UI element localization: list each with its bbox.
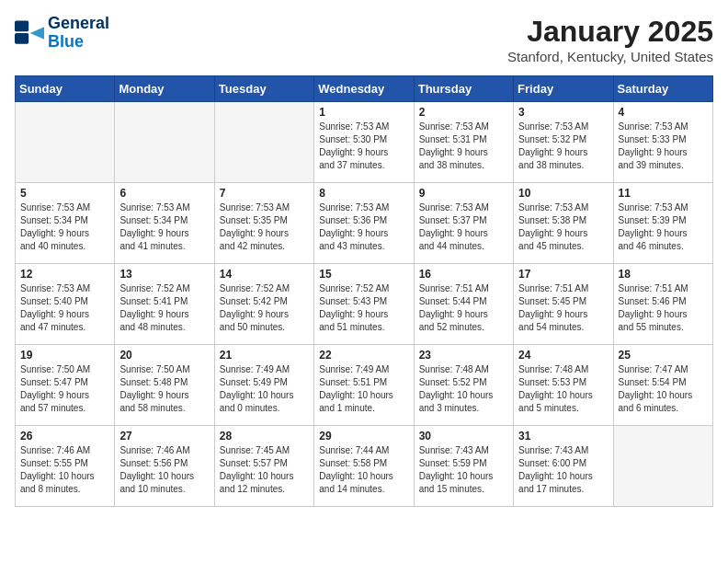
day-number: 16 [419, 268, 508, 281]
day-detail: Sunrise: 7:45 AM Sunset: 5:57 PM Dayligh… [220, 444, 309, 496]
day-detail: Sunrise: 7:53 AM Sunset: 5:33 PM Dayligh… [619, 121, 708, 172]
day-detail: Sunrise: 7:48 AM Sunset: 5:52 PM Dayligh… [419, 363, 508, 415]
weekday-header-friday: Friday [514, 76, 613, 102]
day-detail: Sunrise: 7:51 AM Sunset: 5:44 PM Dayligh… [419, 282, 508, 334]
week-row-2: 5Sunrise: 7:53 AM Sunset: 5:34 PM Daylig… [16, 183, 713, 264]
calendar-cell: 15Sunrise: 7:52 AM Sunset: 5:43 PM Dayli… [314, 264, 414, 345]
day-number: 27 [119, 430, 209, 442]
day-detail: Sunrise: 7:48 AM Sunset: 5:53 PM Dayligh… [518, 363, 608, 415]
day-number: 29 [319, 430, 408, 442]
day-number: 15 [319, 268, 408, 281]
week-row-5: 26Sunrise: 7:46 AM Sunset: 5:55 PM Dayli… [16, 426, 713, 507]
day-detail: Sunrise: 7:52 AM Sunset: 5:42 PM Dayligh… [220, 282, 309, 334]
day-number: 10 [518, 187, 608, 200]
day-detail: Sunrise: 7:52 AM Sunset: 5:41 PM Dayligh… [119, 282, 209, 334]
day-detail: Sunrise: 7:53 AM Sunset: 5:38 PM Dayligh… [518, 201, 608, 253]
day-detail: Sunrise: 7:50 AM Sunset: 5:48 PM Dayligh… [119, 363, 209, 415]
calendar-cell: 16Sunrise: 7:51 AM Sunset: 5:44 PM Dayli… [414, 264, 513, 345]
calendar-cell: 29Sunrise: 7:44 AM Sunset: 5:58 PM Dayli… [314, 426, 414, 507]
day-detail: Sunrise: 7:52 AM Sunset: 5:43 PM Dayligh… [319, 282, 408, 334]
day-detail: Sunrise: 7:53 AM Sunset: 5:30 PM Dayligh… [319, 121, 408, 172]
calendar-cell [613, 426, 712, 507]
calendar-cell: 22Sunrise: 7:49 AM Sunset: 5:51 PM Dayli… [314, 345, 414, 426]
calendar-cell: 1Sunrise: 7:53 AM Sunset: 5:30 PM Daylig… [314, 102, 414, 183]
calendar-cell: 25Sunrise: 7:47 AM Sunset: 5:54 PM Dayli… [613, 345, 712, 426]
logo: General Blue [15, 15, 109, 52]
day-number: 30 [419, 430, 508, 442]
calendar-cell: 11Sunrise: 7:53 AM Sunset: 5:39 PM Dayli… [613, 183, 712, 264]
day-number: 25 [619, 349, 708, 362]
calendar-cell: 14Sunrise: 7:52 AM Sunset: 5:42 PM Dayli… [214, 264, 313, 345]
day-detail: Sunrise: 7:51 AM Sunset: 5:45 PM Dayligh… [518, 282, 608, 334]
day-number: 24 [518, 349, 608, 362]
calendar-cell: 13Sunrise: 7:52 AM Sunset: 5:41 PM Dayli… [115, 264, 214, 345]
svg-marker-2 [30, 27, 44, 39]
day-number: 13 [119, 268, 209, 281]
day-detail: Sunrise: 7:53 AM Sunset: 5:35 PM Dayligh… [220, 201, 309, 253]
day-number: 19 [20, 349, 109, 362]
day-detail: Sunrise: 7:53 AM Sunset: 5:36 PM Dayligh… [319, 201, 408, 253]
calendar-cell: 23Sunrise: 7:48 AM Sunset: 5:52 PM Dayli… [414, 345, 513, 426]
weekday-header-saturday: Saturday [613, 76, 712, 102]
day-number: 31 [518, 430, 608, 442]
calendar-cell [16, 102, 115, 183]
day-detail: Sunrise: 7:53 AM Sunset: 5:37 PM Dayligh… [419, 201, 508, 253]
day-detail: Sunrise: 7:51 AM Sunset: 5:46 PM Dayligh… [619, 282, 708, 334]
day-number: 3 [518, 106, 608, 119]
weekday-header-wednesday: Wednesday [314, 76, 414, 102]
day-detail: Sunrise: 7:46 AM Sunset: 5:55 PM Dayligh… [20, 444, 109, 496]
day-number: 26 [20, 430, 109, 442]
calendar-cell: 8Sunrise: 7:53 AM Sunset: 5:36 PM Daylig… [314, 183, 414, 264]
day-number: 11 [619, 187, 708, 200]
day-detail: Sunrise: 7:49 AM Sunset: 5:49 PM Dayligh… [220, 363, 309, 415]
calendar-cell [214, 102, 313, 183]
weekday-header-monday: Monday [115, 76, 214, 102]
weekday-header-tuesday: Tuesday [214, 76, 313, 102]
day-number: 28 [220, 430, 309, 442]
page-header: General Blue January 2025 Stanford, Kent… [15, 15, 713, 64]
day-detail: Sunrise: 7:50 AM Sunset: 5:47 PM Dayligh… [20, 363, 109, 415]
weekday-header-sunday: Sunday [16, 76, 115, 102]
day-detail: Sunrise: 7:53 AM Sunset: 5:34 PM Dayligh… [119, 201, 209, 253]
day-detail: Sunrise: 7:53 AM Sunset: 5:32 PM Dayligh… [518, 121, 608, 172]
calendar-cell: 5Sunrise: 7:53 AM Sunset: 5:34 PM Daylig… [16, 183, 115, 264]
day-number: 20 [119, 349, 209, 362]
title-block: January 2025 Stanford, Kentucky, United … [507, 15, 713, 64]
day-number: 21 [220, 349, 309, 362]
day-number: 7 [220, 187, 309, 200]
day-number: 1 [319, 106, 408, 119]
day-number: 18 [619, 268, 708, 281]
day-detail: Sunrise: 7:53 AM Sunset: 5:31 PM Dayligh… [419, 121, 508, 172]
day-number: 8 [319, 187, 408, 200]
calendar-cell: 26Sunrise: 7:46 AM Sunset: 5:55 PM Dayli… [16, 426, 115, 507]
logo-text: General Blue [48, 15, 109, 52]
calendar-cell: 19Sunrise: 7:50 AM Sunset: 5:47 PM Dayli… [16, 345, 115, 426]
week-row-3: 12Sunrise: 7:53 AM Sunset: 5:40 PM Dayli… [16, 264, 713, 345]
day-detail: Sunrise: 7:43 AM Sunset: 6:00 PM Dayligh… [518, 444, 608, 496]
calendar-cell: 7Sunrise: 7:53 AM Sunset: 5:35 PM Daylig… [214, 183, 313, 264]
svg-rect-1 [15, 33, 28, 44]
week-row-1: 1Sunrise: 7:53 AM Sunset: 5:30 PM Daylig… [16, 102, 713, 183]
calendar-cell: 4Sunrise: 7:53 AM Sunset: 5:33 PM Daylig… [613, 102, 712, 183]
weekday-header-thursday: Thursday [414, 76, 513, 102]
day-number: 4 [619, 106, 708, 119]
calendar-cell: 12Sunrise: 7:53 AM Sunset: 5:40 PM Dayli… [16, 264, 115, 345]
calendar-cell: 9Sunrise: 7:53 AM Sunset: 5:37 PM Daylig… [414, 183, 513, 264]
day-detail: Sunrise: 7:47 AM Sunset: 5:54 PM Dayligh… [619, 363, 708, 415]
calendar-table: SundayMondayTuesdayWednesdayThursdayFrid… [15, 75, 713, 507]
location: Stanford, Kentucky, United States [507, 49, 713, 64]
calendar-cell: 17Sunrise: 7:51 AM Sunset: 5:45 PM Dayli… [514, 264, 613, 345]
weekday-header-row: SundayMondayTuesdayWednesdayThursdayFrid… [16, 76, 713, 102]
day-detail: Sunrise: 7:53 AM Sunset: 5:39 PM Dayligh… [619, 201, 708, 253]
calendar-cell: 24Sunrise: 7:48 AM Sunset: 5:53 PM Dayli… [514, 345, 613, 426]
day-detail: Sunrise: 7:49 AM Sunset: 5:51 PM Dayligh… [319, 363, 408, 415]
week-row-4: 19Sunrise: 7:50 AM Sunset: 5:47 PM Dayli… [16, 345, 713, 426]
calendar-cell: 2Sunrise: 7:53 AM Sunset: 5:31 PM Daylig… [414, 102, 513, 183]
calendar-cell: 10Sunrise: 7:53 AM Sunset: 5:38 PM Dayli… [514, 183, 613, 264]
day-detail: Sunrise: 7:53 AM Sunset: 5:40 PM Dayligh… [20, 282, 109, 334]
calendar-cell: 31Sunrise: 7:43 AM Sunset: 6:00 PM Dayli… [514, 426, 613, 507]
day-number: 14 [220, 268, 309, 281]
day-detail: Sunrise: 7:46 AM Sunset: 5:56 PM Dayligh… [119, 444, 209, 496]
day-number: 9 [419, 187, 508, 200]
logo-icon [15, 20, 44, 46]
